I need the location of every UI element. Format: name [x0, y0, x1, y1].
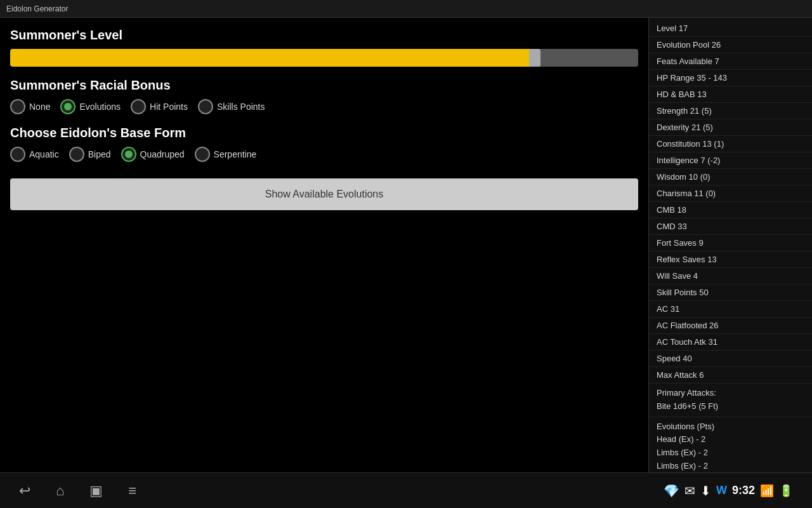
- racial-option-hit-points[interactable]: Hit Points: [131, 99, 188, 114]
- racial-option-evolutions[interactable]: Evolutions: [60, 99, 121, 114]
- stat-row-7: Constitution 13 (1): [649, 136, 812, 152]
- base-form-group: AquaticBipedQuadrupedSerpentine: [10, 147, 638, 162]
- level-slider-container[interactable]: [10, 49, 638, 67]
- download-icon: ⬇: [700, 483, 711, 498]
- stat-row-16: Skill Points 50: [649, 284, 812, 301]
- clock-display: 9:32: [732, 484, 755, 497]
- status-icons: 💎 ✉ ⬇ W 9:32 📶 🔋: [664, 483, 793, 498]
- stat-row-19: AC Touch Atk 31: [649, 334, 812, 351]
- home-button[interactable]: ⌂: [56, 483, 64, 499]
- radio-circle-base-2[interactable]: [121, 147, 136, 162]
- radio-circle-racial-0[interactable]: [10, 99, 25, 114]
- stat-row-17: AC 31: [649, 301, 812, 318]
- slider-fill: [10, 49, 532, 67]
- wifi-icon: 📶: [760, 484, 774, 498]
- stat-row-4: HD & BAB 13: [649, 86, 812, 103]
- racial-bonus-group: NoneEvolutionsHit PointsSkills Points: [10, 99, 638, 114]
- stat-row-22: Primary Attacks: Bite 1d6+5 (5 Ft): [649, 384, 812, 417]
- stat-row-9: Wisdom 10 (0): [649, 169, 812, 185]
- radio-circle-racial-1[interactable]: [60, 99, 75, 114]
- radio-label-racial-2: Hit Points: [150, 102, 188, 112]
- radio-circle-base-1[interactable]: [69, 147, 84, 162]
- left-panel: Summoner's Level Summoner's Racial Bonus…: [0, 18, 648, 472]
- nav-left: ↩ ⌂ ▣ ≡: [19, 483, 136, 499]
- menu-button[interactable]: ≡: [128, 483, 136, 499]
- nav-bar: ↩ ⌂ ▣ ≡ 💎 ✉ ⬇ W 9:32 📶 🔋: [0, 472, 812, 508]
- app-gem-icon: 💎: [664, 483, 679, 498]
- gmail-icon: ✉: [684, 483, 695, 498]
- stat-row-12: CMD 33: [649, 218, 812, 235]
- stat-row-3: HP Range 35 - 143: [649, 70, 812, 86]
- base-form-option-biped[interactable]: Biped: [69, 147, 111, 162]
- nav-right: 💎 ✉ ⬇ W 9:32 📶 🔋: [664, 483, 793, 498]
- racial-bonus-title: Summoner's Racial Bonus: [10, 78, 638, 93]
- radio-circle-racial-2[interactable]: [131, 99, 146, 114]
- battery-icon: 🔋: [779, 484, 793, 498]
- stat-row-14: Reflex Saves 13: [649, 251, 812, 268]
- base-form-option-serpentine[interactable]: Serpentine: [195, 147, 257, 162]
- stat-row-11: CMB 18: [649, 202, 812, 218]
- stat-row-5: Strength 21 (5): [649, 103, 812, 119]
- show-evolutions-button[interactable]: Show Available Evolutions: [10, 178, 638, 210]
- radio-circle-racial-3[interactable]: [198, 99, 213, 114]
- stat-row-13: Fort Saves 9: [649, 235, 812, 251]
- right-panel: Level 17Evolution Pool 26Feats Available…: [648, 18, 812, 472]
- stat-row-23: Evolutions (Pts) Head (Ex) - 2 Limbs (Ex…: [649, 417, 812, 472]
- racial-option-skills-points[interactable]: Skills Points: [198, 99, 265, 114]
- radio-label-racial-1: Evolutions: [79, 102, 121, 112]
- summoner-level-title: Summoner's Level: [10, 28, 638, 43]
- app-title: Eidolon Generator: [6, 4, 68, 13]
- base-form-option-quadruped[interactable]: Quadruped: [121, 147, 185, 162]
- stat-row-1: Evolution Pool 26: [649, 37, 812, 53]
- titlebar: Eidolon Generator: [0, 0, 812, 18]
- radio-label-base-3: Serpentine: [214, 149, 257, 159]
- radio-label-racial-0: None: [29, 102, 50, 112]
- recent-apps-button[interactable]: ▣: [89, 483, 103, 499]
- radio-circle-base-3[interactable]: [195, 147, 210, 162]
- stat-row-0: Level 17: [649, 20, 812, 37]
- radio-label-base-2: Quadruped: [140, 149, 185, 159]
- stat-row-18: AC Flatfooted 26: [649, 318, 812, 334]
- slider-thumb[interactable]: [529, 49, 540, 67]
- stat-row-2: Feats Available 7: [649, 53, 812, 70]
- stat-row-15: Will Save 4: [649, 268, 812, 284]
- racial-option-none[interactable]: None: [10, 99, 50, 114]
- radio-label-racial-3: Skills Points: [217, 102, 265, 112]
- stat-row-6: Dexterity 21 (5): [649, 119, 812, 136]
- radio-label-base-0: Aquatic: [29, 149, 59, 159]
- stat-row-20: Speed 40: [649, 351, 812, 367]
- word-icon: W: [716, 484, 727, 497]
- stat-row-10: Charisma 11 (0): [649, 185, 812, 202]
- main-layout: Summoner's Level Summoner's Racial Bonus…: [0, 18, 812, 472]
- base-form-option-aquatic[interactable]: Aquatic: [10, 147, 59, 162]
- back-button[interactable]: ↩: [19, 483, 30, 499]
- level-slider-track[interactable]: [10, 49, 638, 67]
- radio-circle-base-0[interactable]: [10, 147, 25, 162]
- base-form-title: Choose Eidolon's Base Form: [10, 126, 638, 140]
- radio-label-base-1: Biped: [88, 149, 111, 159]
- stat-row-8: Intelligence 7 (-2): [649, 152, 812, 169]
- stat-row-21: Max Attack 6: [649, 367, 812, 384]
